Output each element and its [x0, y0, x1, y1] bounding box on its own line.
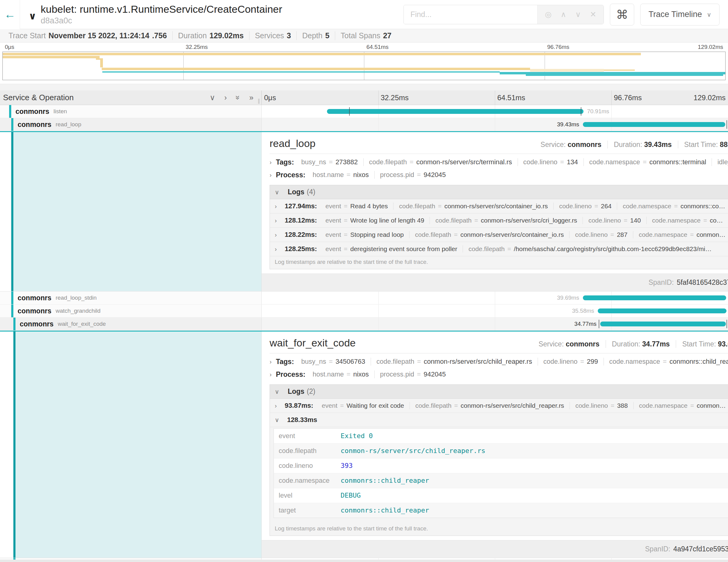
log-timestamp: 128.33ms	[287, 416, 317, 424]
span-row[interactable]: conmonrswait_for_exit_code34.77ms	[0, 318, 728, 331]
span-duration-bar[interactable]	[583, 122, 725, 127]
span-detail-left-gutter	[0, 332, 262, 558]
trace-title: kubelet: runtime.v1.RuntimeService/Creat…	[41, 3, 282, 15]
span-row[interactable]: conmonrswatch_grandchild35.58ms	[0, 305, 728, 318]
minimap-span-bar	[526, 73, 723, 76]
locate-span-icon[interactable]: ◎	[545, 10, 552, 19]
chevron-right-icon[interactable]: ›	[275, 231, 277, 238]
span-row[interactable]: conmonrsread_loop_stdin39.69ms	[0, 291, 728, 305]
chevron-right-icon[interactable]: ›	[275, 217, 277, 224]
logs-note: Log timestamps are relative to the start…	[270, 256, 728, 269]
log-entry[interactable]: ›128.22ms:event=Stopping read loopcode.f…	[270, 228, 728, 242]
find-group: ◎ ∧ ∨ ✕	[403, 5, 604, 24]
span-self-time-tick	[599, 320, 599, 328]
service-color-stripe	[13, 332, 15, 558]
log-timestamp: 128.25ms:	[285, 245, 317, 253]
service-operation-title: Service & Operation	[3, 93, 74, 102]
log-field-row: code.namespaceconmonrs::child_reaper	[274, 473, 728, 488]
minimap-gridline	[364, 52, 364, 80]
operation-name: listen	[53, 108, 67, 115]
log-field: event=Read 4 bytes	[320, 203, 393, 210]
logs-count: (4)	[307, 188, 315, 196]
minimap-tick-label: 129.02ms	[698, 44, 723, 50]
span-detail-meta: Service: conmonrsDuration: 34.77msStart …	[539, 340, 728, 348]
summary-item-value: 3	[287, 31, 291, 40]
span-row-names[interactable]: conmonrslisten	[0, 105, 262, 118]
ruler-gridline	[611, 90, 612, 105]
span-row-track[interactable]: 39.69ms	[262, 291, 728, 304]
span-row-track[interactable]: 35.58ms	[262, 305, 728, 317]
span-meta-item: Start Time: 88.84ms	[678, 141, 728, 148]
chevron-down-icon: ∨	[707, 11, 711, 18]
span-row-names[interactable]: conmonrsread_loop	[0, 118, 262, 131]
span-duration-bar[interactable]	[583, 295, 726, 300]
span-row[interactable]: conmonrslisten70.91ms	[0, 105, 728, 118]
trace-collapse-chevron-icon[interactable]: ∨	[29, 10, 36, 22]
span-row[interactable]: conmonrsread_loop39.43ms	[0, 118, 728, 131]
chevron-right-icon[interactable]: ›	[270, 358, 272, 365]
collapse-all-icon[interactable]: »	[234, 96, 243, 100]
span-detail-panel: wait_for_exit_codeService: conmonrsDurat…	[0, 331, 728, 558]
ruler-tick-label: 32.25ms	[381, 94, 409, 102]
span-duration-bar[interactable]	[600, 322, 726, 326]
service-color-stripe	[9, 105, 11, 118]
track-gridline	[378, 305, 379, 317]
logs-header[interactable]: ∨Logs(2)	[270, 385, 728, 399]
log-timestamp: 93.87ms:	[285, 402, 313, 410]
log-field: code.namespace=conmon…	[633, 402, 728, 409]
minimap-span-bar	[530, 69, 604, 72]
expand-one-icon[interactable]: ›	[224, 93, 227, 102]
service-operation-header: Service & Operation ∨ › » » ∥	[0, 90, 262, 105]
log-entry[interactable]: ›127.94ms:event=Read 4 bytescode.filepat…	[270, 199, 728, 213]
span-row-track[interactable]: 34.77ms	[262, 318, 728, 330]
log-entry[interactable]: ›128.12ms:event=Wrote log line of length…	[270, 213, 728, 228]
chevron-right-icon[interactable]: ›	[275, 246, 277, 253]
prev-result-icon[interactable]: ∧	[561, 10, 566, 19]
trace-minimap[interactable]: 0μs32.25ms64.51ms96.76ms129.02ms	[0, 43, 728, 84]
column-resizer-handle[interactable]: ∥	[258, 98, 260, 104]
span-duration-bar[interactable]	[327, 109, 583, 114]
clear-search-icon[interactable]: ✕	[590, 10, 596, 19]
chevron-down-icon[interactable]: ∨	[275, 416, 279, 424]
ruler-gridline	[378, 90, 379, 105]
minimap-span-bar	[102, 68, 530, 70]
span-duration-label: 35.58ms	[572, 308, 594, 314]
span-row-names[interactable]: conmonrsread_loop_stdin	[0, 291, 262, 304]
back-button[interactable]: ←	[0, 0, 20, 29]
expand-all-icon[interactable]: »	[249, 93, 253, 102]
chevron-right-icon[interactable]: ›	[275, 402, 277, 409]
log-entry[interactable]: ›128.25ms:event=deregistering event sour…	[270, 242, 728, 256]
span-row-names[interactable]: conmonrswait_for_exit_code	[0, 318, 262, 330]
chevron-right-icon[interactable]: ›	[270, 159, 272, 166]
log-entry[interactable]: ›93.87ms:event=Waiting for exit codecode…	[270, 399, 728, 413]
log-field-value: DEBUG	[338, 488, 364, 503]
find-input[interactable]	[404, 5, 537, 24]
span-row-track[interactable]: 39.43ms	[262, 118, 728, 131]
summary-item-label: Duration	[178, 31, 207, 40]
view-selector-button[interactable]: Trace Timeline ∨	[640, 4, 719, 26]
log-field: code.lineno=140	[583, 217, 646, 224]
logs-header-label: Logs	[288, 188, 304, 196]
minimap-tick-label: 32.25ms	[186, 44, 208, 50]
chevron-right-icon[interactable]: ›	[270, 371, 272, 378]
service-color-stripe	[11, 132, 13, 291]
minimap-canvas[interactable]	[2, 52, 726, 80]
collapse-one-icon[interactable]: ∨	[210, 93, 215, 102]
log-field: code.namespace=conmonrs::co…	[617, 203, 728, 210]
log-field-key: level	[274, 488, 338, 503]
operation-name: watch_grandchild	[56, 308, 100, 314]
trace-title-block: kubelet: runtime.v1.RuntimeService/Creat…	[41, 3, 282, 26]
logs-header[interactable]: ∨Logs(4)	[270, 185, 728, 199]
chevron-right-icon[interactable]: ›	[275, 203, 277, 210]
span-duration-bar[interactable]	[598, 308, 726, 313]
log-field-key: target	[274, 503, 338, 518]
next-result-icon[interactable]: ∨	[575, 10, 581, 19]
minimap-tick-label: 0μs	[5, 44, 14, 50]
chevron-right-icon[interactable]: ›	[270, 172, 272, 179]
log-field: code.lineno=388	[570, 402, 633, 409]
log-field: code.filepath=conmon-rs/server/src/conta…	[409, 231, 569, 238]
keyboard-shortcuts-button[interactable]: ⌘	[610, 4, 634, 26]
span-row-track[interactable]: 70.91ms	[262, 105, 728, 118]
span-row-names[interactable]: conmonrswatch_grandchild	[0, 305, 262, 317]
log-entry[interactable]: ∨128.33ms	[270, 413, 728, 427]
